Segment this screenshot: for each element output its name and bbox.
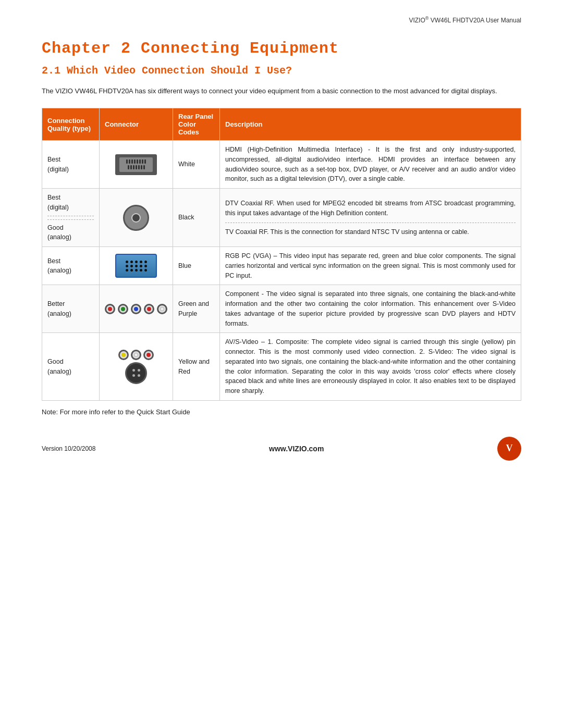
- composite-rca-icons: [105, 350, 167, 360]
- table-row: Good(analog) Yellow and Red AV/S-Video –…: [42, 333, 521, 401]
- intro-paragraph: The VIZIO VW46L FHDTV20A has six differe…: [42, 86, 521, 96]
- table-row: Better(analog) Green and Purple Componen…: [42, 285, 521, 333]
- quality-cell-rf: Best(digital) Good(analog): [42, 189, 100, 247]
- model-text: VW46L FHDTV20A User Manual: [429, 17, 521, 24]
- quality-cell-composite: Good(analog): [42, 333, 100, 401]
- desc-cell-composite: AV/S-Video – 1. Composite: The complete …: [220, 333, 521, 401]
- footer-url: www.VIZIO.com: [95, 445, 497, 453]
- connection-table: Connection Quality (type) Connector Rear…: [42, 108, 521, 401]
- vizio-logo-icon: V: [497, 437, 521, 461]
- rf-desc-2: TV Coaxial RF. This is the connection fo…: [225, 228, 469, 236]
- table-row: Best(digital) White: [42, 141, 521, 189]
- rf-connector-icon: [123, 205, 149, 231]
- page-header: VIZIO® VW46L FHDTV20A User Manual: [42, 16, 521, 24]
- col-header-description: Description: [220, 108, 521, 141]
- col-header-color: Rear Panel Color Codes: [173, 108, 220, 141]
- desc-cell-rf: DTV Coaxial RF. When used for MPEG2 enco…: [220, 189, 521, 247]
- table-row: Best(digital) Good(analog) Black DTV Coa…: [42, 189, 521, 247]
- color-cell-rf: Black: [173, 189, 220, 247]
- quality-cell-component: Better(analog): [42, 285, 100, 333]
- note-text: Note: For more info refer to the Quick S…: [42, 408, 521, 416]
- chapter-title: Chapter 2 Connecting Equipment: [42, 40, 521, 57]
- color-cell-composite: Yellow and Red: [173, 333, 220, 401]
- color-cell-vga: Blue: [173, 247, 220, 285]
- quality-cell-hdmi: Best(digital): [42, 141, 100, 189]
- footer-version: Version 10/20/2008: [42, 445, 95, 452]
- page-footer: Version 10/20/2008 www.VIZIO.com V: [42, 437, 521, 461]
- vga-connector-icon: [115, 254, 157, 278]
- col-header-quality: Connection Quality (type): [42, 108, 100, 141]
- quality-label-hdmi: Best(digital): [47, 156, 69, 173]
- hdmi-connector-icon: [115, 154, 157, 175]
- desc-cell-hdmi: HDMI (High-Definition Multimedia Interfa…: [220, 141, 521, 189]
- section-title: 2.1 Which Video Connection Should I Use?: [42, 65, 521, 77]
- component-connector-icon: [105, 304, 167, 314]
- connector-cell-hdmi: [100, 141, 173, 189]
- color-cell-component: Green and Purple: [173, 285, 220, 333]
- connector-cell-vga: [100, 247, 173, 285]
- table-row: Best(analog): [42, 247, 521, 285]
- connector-cell-component: [100, 285, 173, 333]
- desc-cell-component: Component - The video signal is separate…: [220, 285, 521, 333]
- brand-name: VIZIO: [409, 17, 425, 24]
- quality-cell-vga: Best(analog): [42, 247, 100, 285]
- connector-cell-composite: [100, 333, 173, 401]
- rf-desc-1: DTV Coaxial RF. When used for MPEG2 enco…: [225, 200, 516, 217]
- svideo-connector-icon: [125, 362, 147, 384]
- color-cell-hdmi: White: [173, 141, 220, 189]
- col-header-connector: Connector: [100, 108, 173, 141]
- desc-cell-vga: RGB PC (VGA) – This video input has sepa…: [220, 247, 521, 285]
- connector-cell-rf: [100, 189, 173, 247]
